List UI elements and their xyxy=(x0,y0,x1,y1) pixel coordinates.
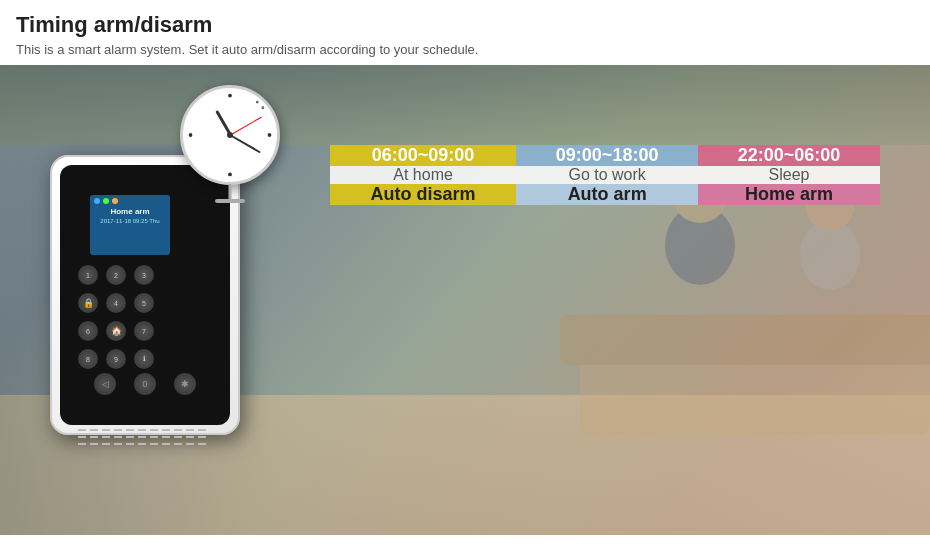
action-row: Auto disarm Auto arm Home arm xyxy=(330,184,880,205)
page-title: Timing arm/disarm xyxy=(16,12,914,38)
action-cell-disarm: Auto disarm xyxy=(330,184,516,205)
svg-point-14 xyxy=(261,106,264,109)
action-cell-arm: Auto arm xyxy=(516,184,698,205)
clock-stand xyxy=(229,184,232,200)
key-symbol2: ✱ xyxy=(174,373,196,395)
device-vents xyxy=(58,420,228,450)
key-7: 7 xyxy=(134,321,154,341)
key-house: 🏠 xyxy=(106,321,126,341)
clock xyxy=(180,85,280,185)
schedule-container: 06:00~09:00 09:00~18:00 22:00~06:00 At h… xyxy=(330,145,880,205)
svg-point-4 xyxy=(800,220,860,290)
label-row: At home Go to work Sleep xyxy=(330,166,880,184)
label-cell-morning: At home xyxy=(330,166,516,184)
device-inner: Home arm 2017-11-18 09:25 Thu 1 2 3 🔒 4 … xyxy=(60,165,230,425)
status-indicator xyxy=(94,198,100,204)
people-silhouette xyxy=(380,65,930,535)
svg-point-13 xyxy=(256,101,259,104)
key-2: 2 xyxy=(106,265,126,285)
key-3: 3 xyxy=(134,265,154,285)
banner: Home arm 2017-11-18 09:25 Thu 1 2 3 🔒 4 … xyxy=(0,65,930,535)
wifi-icon xyxy=(103,198,109,204)
device-body: Home arm 2017-11-18 09:25 Thu 1 2 3 🔒 4 … xyxy=(50,155,240,435)
device-bottom-row: ◁ 0 ✱ xyxy=(60,373,230,395)
key-4: 4 xyxy=(106,293,126,313)
clock-base xyxy=(215,199,245,203)
svg-point-11 xyxy=(228,173,232,177)
label-cell-day: Go to work xyxy=(516,166,698,184)
action-cell-home-arm: Home arm xyxy=(698,184,880,205)
svg-point-10 xyxy=(268,133,272,137)
svg-point-9 xyxy=(228,94,232,98)
key-1: 1 xyxy=(78,265,98,285)
signal-icon xyxy=(112,198,118,204)
key-lock: 🔒 xyxy=(78,293,98,313)
key-8: 8 xyxy=(78,349,98,369)
key-info: ℹ xyxy=(134,349,154,369)
key-9: 9 xyxy=(106,349,126,369)
key-6: 6 xyxy=(78,321,98,341)
label-cell-night: Sleep xyxy=(698,166,880,184)
time-cell-day: 09:00~18:00 xyxy=(516,145,698,166)
key-0: 0 xyxy=(134,373,156,395)
key-5: 5 xyxy=(134,293,154,313)
time-cell-night: 22:00~06:00 xyxy=(698,145,880,166)
page-header: Timing arm/disarm This is a smart alarm … xyxy=(0,0,930,65)
device-keypad: 1 2 3 🔒 4 5 6 🏠 7 8 9 ℹ xyxy=(78,265,154,369)
svg-rect-1 xyxy=(560,315,930,365)
schedule-table: 06:00~09:00 09:00~18:00 22:00~06:00 At h… xyxy=(330,145,880,205)
screen-home-arm-label: Home arm xyxy=(90,205,170,218)
device-screen: Home arm 2017-11-18 09:25 Thu xyxy=(90,195,170,255)
svg-point-12 xyxy=(189,133,193,137)
screen-date: 2017-11-18 09:25 Thu xyxy=(90,218,170,224)
key-symbol1: ◁ xyxy=(94,373,116,395)
page-subtitle: This is a smart alarm system. Set it aut… xyxy=(16,42,914,57)
time-cell-morning: 06:00~09:00 xyxy=(330,145,516,166)
clock-face xyxy=(180,85,280,185)
time-row: 06:00~09:00 09:00~18:00 22:00~06:00 xyxy=(330,145,880,166)
clock-center xyxy=(227,132,233,138)
